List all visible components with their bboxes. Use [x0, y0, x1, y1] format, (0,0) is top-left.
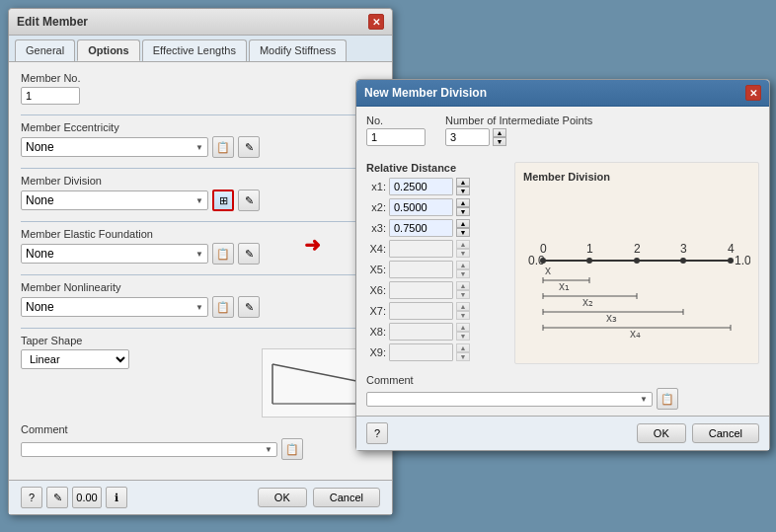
svg-point-8	[680, 258, 686, 264]
tab-effective-lengths[interactable]: Effective Lengths	[142, 39, 247, 61]
nd-x1-input[interactable]	[389, 178, 453, 195]
svg-point-9	[728, 258, 734, 264]
tab-options[interactable]: Options	[77, 39, 140, 61]
svg-point-7	[634, 258, 640, 264]
nd-intermediate-group: Number of Intermediate Points ▲ ▼	[445, 114, 592, 148]
nd-x3-input[interactable]	[389, 219, 453, 237]
edit-member-cancel-button[interactable]: Cancel	[313, 488, 380, 507]
nd-intermediate-label: Number of Intermediate Points	[445, 114, 592, 126]
member-nonlinearity-combo[interactable]: None ▼	[21, 297, 208, 317]
nd-x2-spin-up[interactable]: ▲	[456, 198, 470, 207]
division-combo-arrow-icon: ▼	[195, 196, 203, 205]
new-division-title: New Member Division	[364, 86, 487, 100]
svg-text:x₂: x₂	[582, 295, 593, 309]
member-nonlinearity-group: Member Nonlinearity None ▼ 📋 ✎	[21, 281, 380, 318]
nd-x6-spin-down: ▼	[456, 290, 470, 299]
arrow-indicator: ➜	[304, 233, 321, 257]
edit-member-action-buttons: OK Cancel	[258, 488, 380, 507]
new-division-close-button[interactable]: ✕	[745, 85, 761, 101]
comment-copy-button[interactable]: 📋	[281, 438, 303, 460]
nd-comment-combo-arrow-icon: ▼	[640, 395, 648, 404]
nd-x3-spin-up[interactable]: ▲	[456, 219, 470, 228]
member-division-detail-button[interactable]: ✎	[238, 190, 260, 211]
nd-x3-row: x3: ▲ ▼	[366, 219, 504, 237]
member-elastic-foundation-combo[interactable]: None ▼	[21, 244, 208, 264]
taper-shape-label: Taper Shape	[21, 335, 252, 346]
comment-label: Comment	[21, 423, 380, 435]
nd-help-button[interactable]: ?	[366, 422, 388, 444]
member-eccentricity-label: Member Eccentricity	[21, 121, 380, 133]
elastic-detail-button[interactable]: ✎	[238, 243, 260, 265]
nd-x9-spin-up: ▲	[456, 343, 470, 352]
taper-section: Taper Shape Linear	[21, 335, 380, 418]
nd-x2-row: x2: ▲ ▼	[366, 198, 504, 216]
bottom-icon-group: ? ✎ 0.00 ℹ	[21, 487, 127, 508]
nd-body: Relative Distance x1: ▲ ▼ x2: ▲ ▼ x3:	[356, 152, 769, 374]
new-division-dialog: New Member Division ✕ No. Number of Inte…	[355, 79, 770, 451]
edit-member-ok-button[interactable]: OK	[258, 488, 307, 507]
new-division-titlebar: New Member Division ✕	[356, 80, 769, 107]
edit-member-dialog: Edit Member ✕ General Options Effective …	[8, 8, 393, 515]
nd-x3-label: x3:	[366, 222, 386, 234]
nd-x6-input	[389, 281, 453, 299]
nd-x2-input[interactable]	[389, 198, 453, 216]
nd-ok-button[interactable]: OK	[637, 423, 686, 443]
member-division-diagram: 0 1 2 3 4 0.0 1.0 x x₁	[523, 187, 750, 344]
info-button[interactable]: ℹ	[106, 487, 127, 508]
nd-intermediate-spin-down[interactable]: ▼	[493, 137, 506, 146]
edit-member-content: Member No. Member Eccentricity None ▼ 📋 …	[9, 62, 392, 480]
nd-x8-row: X8: ▲ ▼	[366, 323, 504, 341]
svg-text:x: x	[545, 264, 551, 277]
elastic-edit-button[interactable]: 📋	[212, 243, 234, 265]
nd-action-buttons: OK Cancel	[637, 423, 759, 443]
nonlinearity-detail-button[interactable]: ✎	[238, 296, 260, 318]
taper-shape-select[interactable]: Linear	[21, 349, 129, 369]
nd-bottom-bar: ? OK Cancel	[356, 416, 769, 450]
nd-x1-spin-up[interactable]: ▲	[456, 178, 470, 187]
member-eccentricity-row: None ▼ 📋 ✎	[21, 136, 380, 158]
svg-text:x₄: x₄	[630, 327, 641, 341]
nd-x7-spin-up: ▲	[456, 302, 470, 311]
member-division-new-button[interactable]: ⊞	[212, 190, 234, 211]
eccentricity-detail-button[interactable]: ✎	[238, 136, 260, 158]
nd-x3-spin-down[interactable]: ▼	[456, 228, 470, 237]
nd-comment-copy-button[interactable]: 📋	[657, 388, 678, 410]
nd-x4-input	[389, 240, 453, 258]
nd-x8-spin-up: ▲	[456, 323, 470, 332]
nd-x5-spin-down: ▼	[456, 269, 470, 278]
tab-modify-stiffness[interactable]: Modify Stiffness	[249, 39, 347, 61]
nd-x6-spinner: ▲ ▼	[456, 281, 470, 299]
edit-member-title: Edit Member	[17, 15, 88, 29]
nd-comment-combo[interactable]: ▼	[366, 392, 653, 407]
nd-x5-row: X5: ▲ ▼	[366, 261, 504, 278]
nd-x7-row: X7: ▲ ▼	[366, 302, 504, 320]
nd-x4-label: X4:	[366, 243, 386, 255]
member-eccentricity-combo[interactable]: None ▼	[21, 137, 208, 157]
svg-text:0.0: 0.0	[528, 254, 545, 267]
member-nonlinearity-label: Member Nonlinearity	[21, 281, 380, 293]
nd-x9-spinner: ▲ ▼	[456, 343, 470, 361]
calc-button[interactable]: 0.00	[72, 487, 102, 508]
nd-x2-spin-down[interactable]: ▼	[456, 207, 470, 216]
nd-intermediate-input[interactable]	[445, 128, 490, 146]
edit-icon-button[interactable]: ✎	[46, 487, 68, 508]
nd-x4-spinner: ▲ ▼	[456, 240, 470, 258]
nonlinearity-edit-button[interactable]: 📋	[212, 296, 234, 318]
comment-combo[interactable]: ▼	[21, 442, 277, 457]
nd-intermediate-spin-up[interactable]: ▲	[493, 128, 506, 137]
svg-text:1.0: 1.0	[735, 254, 750, 267]
help-button[interactable]: ?	[21, 487, 42, 508]
nd-x7-input	[389, 302, 453, 320]
edit-member-tabs: General Options Effective Lengths Modify…	[9, 36, 392, 62]
elastic-combo-arrow-icon: ▼	[195, 250, 203, 259]
nd-x1-spin-down[interactable]: ▼	[456, 187, 470, 195]
member-elastic-foundation-row: None ▼ 📋 ✎	[21, 243, 380, 265]
tab-general[interactable]: General	[15, 39, 75, 61]
nd-cancel-button[interactable]: Cancel	[692, 423, 759, 443]
member-no-input[interactable]	[21, 87, 80, 105]
nd-x2-label: x2:	[366, 201, 386, 213]
eccentricity-edit-button[interactable]: 📋	[212, 136, 234, 158]
edit-member-close-button[interactable]: ✕	[368, 14, 384, 30]
nd-no-input[interactable]	[366, 128, 426, 146]
member-division-combo[interactable]: None ▼	[21, 190, 208, 210]
